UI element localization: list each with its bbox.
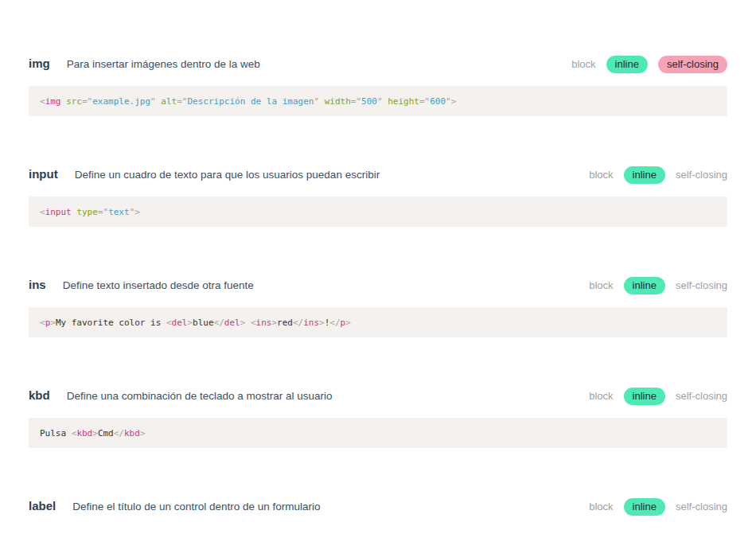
code-token: ">	[446, 96, 456, 107]
code-token	[319, 96, 325, 107]
code-token: >	[140, 428, 146, 439]
code-token: </	[329, 318, 340, 328]
code-token: ="	[419, 96, 430, 107]
tag-description: Para insertar imágenes dentro de la web	[67, 55, 260, 74]
code-token: "	[314, 96, 319, 107]
code-token: example.jpg	[92, 96, 150, 107]
code-token: "	[377, 96, 383, 107]
code-token: ="	[351, 96, 361, 107]
code-token: >	[240, 318, 246, 328]
code-token: red	[277, 318, 293, 328]
code-token: </	[293, 318, 303, 328]
code-token: </	[214, 318, 224, 328]
code-token: >	[345, 318, 351, 328]
badge-group: blockinlineself-closing	[589, 277, 727, 294]
badge-inline: inline	[606, 56, 648, 73]
code-token: alt	[161, 96, 177, 107]
code-token: >	[187, 318, 193, 328]
code-token: kbd	[124, 428, 140, 439]
code-token: <	[251, 318, 256, 328]
badge-block: block	[589, 501, 613, 512]
code-token: del	[224, 318, 240, 328]
code-token: Descripción de la imagen	[187, 96, 314, 107]
tag-row-kbd: kbdDefine una combinación de teclado a m…	[29, 386, 727, 497]
tag-description: Define una combinación de teclado a most…	[67, 387, 333, 406]
tag-name-link[interactable]: kbd	[29, 386, 50, 405]
tag-row-ins: insDefine texto insertado desde otra fue…	[29, 275, 727, 386]
badge-group: blockinlineself-closing	[571, 56, 727, 73]
code-token: ="	[98, 207, 108, 217]
tag-description: Define un cuadro de texto para que los u…	[75, 166, 380, 185]
tag-row-input: inputDefine un cuadro de texto para que …	[29, 165, 727, 275]
badge-group: blockinlineself-closing	[589, 166, 727, 184]
code-token: <	[40, 207, 45, 217]
tag-row-header: labelDefine el título de un control dent…	[29, 497, 727, 516]
code-token: !	[325, 318, 330, 328]
code-snippet: <img src="example.jpg" alt="Descripción …	[29, 86, 727, 116]
tag-description: Define el título de un control dentro de…	[72, 497, 320, 516]
code-token	[72, 207, 77, 217]
code-token: Pulsa	[40, 428, 72, 439]
code-token: input	[45, 207, 72, 217]
code-token: 500	[361, 96, 377, 107]
code-token: img	[45, 96, 61, 107]
tag-reference-list: imgPara insertar imágenes dentro de la w…	[0, 0, 756, 534]
badge-inline: inline	[624, 388, 665, 405]
tag-name-link[interactable]: img	[29, 54, 50, 73]
badge-group: blockinlineself-closing	[589, 498, 727, 516]
badge-block: block	[589, 170, 613, 180]
code-token: p	[341, 318, 346, 328]
code-token: "	[150, 96, 156, 107]
code-token: ="	[177, 96, 187, 107]
code-token: <	[40, 96, 45, 107]
badge-block: block	[589, 391, 613, 401]
tag-name-link[interactable]: ins	[29, 275, 46, 294]
code-token: type	[76, 207, 98, 217]
code-token: text	[108, 207, 130, 217]
code-token: >	[319, 318, 325, 328]
code-token: 600	[430, 96, 446, 107]
tag-name-link[interactable]: input	[29, 165, 58, 184]
code-token: height	[388, 96, 419, 107]
code-token: <	[166, 318, 172, 328]
badge-block: block	[589, 280, 613, 290]
code-token: <	[72, 428, 77, 439]
code-token: ="	[82, 96, 92, 107]
badge-self-closing: self-closing	[676, 501, 727, 512]
code-token: >	[92, 428, 98, 439]
code-token: My favorite color is	[56, 318, 166, 328]
code-token: </	[114, 428, 124, 439]
code-token: >	[271, 318, 277, 328]
badge-self-closing: self-closing	[658, 56, 727, 73]
code-token: ins	[256, 318, 272, 328]
tag-row-header: kbdDefine una combinación de teclado a m…	[29, 386, 727, 405]
badge-inline: inline	[624, 277, 665, 294]
badge-block: block	[571, 59, 595, 69]
tag-row-header: inputDefine un cuadro de texto para que …	[29, 165, 727, 184]
badge-inline: inline	[624, 498, 665, 516]
tag-row-img: imgPara insertar imágenes dentro de la w…	[29, 54, 727, 165]
tag-row-label: labelDefine el título de un control dent…	[29, 497, 727, 534]
tag-description: Define texto insertado desde otra fuente	[63, 276, 254, 295]
code-snippet: <p>My favorite color is <del>blue</del> …	[29, 307, 727, 337]
code-token: <	[40, 318, 45, 328]
code-token	[61, 96, 67, 107]
tag-row-header: insDefine texto insertado desde otra fue…	[29, 275, 727, 294]
code-token: Cmd	[98, 428, 114, 439]
code-token: width	[325, 96, 351, 107]
code-token	[245, 318, 251, 328]
tag-name-link[interactable]: label	[29, 497, 56, 516]
code-token	[156, 96, 162, 107]
code-token: blue	[193, 318, 214, 328]
code-token: ins	[303, 318, 319, 328]
code-token: kbd	[76, 428, 92, 439]
code-token: del	[172, 318, 188, 328]
badge-self-closing: self-closing	[676, 170, 727, 180]
code-token: ">	[130, 207, 140, 217]
code-token: p	[45, 318, 51, 328]
code-snippet: Pulsa <kbd>Cmd</kbd>	[29, 418, 727, 448]
badge-inline: inline	[624, 166, 665, 184]
code-token	[383, 96, 388, 107]
code-snippet: <input type="text">	[29, 197, 727, 227]
badge-self-closing: self-closing	[676, 391, 727, 401]
